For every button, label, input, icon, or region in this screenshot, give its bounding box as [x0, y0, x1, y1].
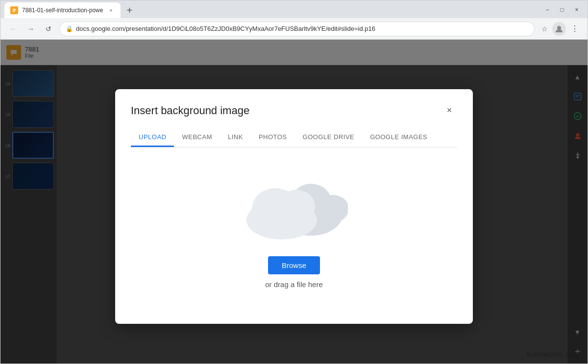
lock-icon: 🔒 [66, 25, 73, 32]
svg-point-20 [249, 203, 278, 229]
window-controls: − □ × [540, 3, 584, 16]
browse-button[interactable]: Browse [268, 256, 320, 274]
dialog-close-button[interactable]: × [441, 103, 457, 119]
tab-close-button[interactable]: × [107, 6, 115, 14]
insert-background-dialog: Insert background image × UPLOAD WEBCAM … [115, 89, 473, 324]
browser-content: 7881 File 14 15 16 [0, 40, 588, 364]
new-tab-button[interactable]: + [122, 3, 136, 17]
tab-photos[interactable]: PHOTOS [251, 128, 295, 147]
dialog-title: Insert background image [131, 104, 249, 117]
tab-google-images[interactable]: GOOGLE IMAGES [362, 128, 435, 147]
profile-button[interactable] [552, 22, 566, 36]
reload-button[interactable]: ↺ [42, 22, 55, 36]
address-bar[interactable]: 🔒 docs.google.com/presentation/d/1D9CiL0… [59, 22, 535, 36]
drag-text: or drag a file here [265, 280, 323, 289]
svg-rect-3 [13, 11, 15, 12]
active-tab[interactable]: 7881-01-self-introduction-powe × [4, 2, 121, 18]
url-text: docs.google.com/presentation/d/1D9CiL08o… [76, 25, 528, 32]
address-bar-row: ← → ↺ 🔒 docs.google.com/presentation/d/1… [0, 18, 588, 40]
minimize-button[interactable]: − [540, 3, 554, 16]
svg-rect-1 [13, 9, 16, 10]
tab-upload[interactable]: UPLOAD [131, 128, 174, 147]
svg-point-16 [318, 195, 348, 222]
maximize-button[interactable]: □ [555, 3, 569, 16]
forward-button[interactable]: → [24, 22, 38, 36]
dialog-tabs: UPLOAD WEBCAM LINK PHOTOS GOOGLE DRIVE G… [131, 128, 457, 147]
tab-title: 7881-01-self-introduction-powe [22, 7, 103, 14]
address-bar-actions: ☆ ⋮ [539, 22, 582, 36]
bookmark-icon[interactable]: ☆ [539, 23, 550, 35]
svg-point-4 [557, 26, 561, 30]
tab-google-drive[interactable]: GOOGLE DRIVE [295, 128, 363, 147]
browser-window: 7881-01-self-introduction-powe × + − □ ×… [0, 0, 588, 364]
upload-area: Browse or drag a file here [131, 147, 457, 308]
browser-tabs: 7881-01-self-introduction-powe × + − □ × [0, 0, 588, 18]
svg-point-19 [278, 190, 315, 223]
browser-menu-button[interactable]: ⋮ [568, 22, 582, 36]
close-button[interactable]: × [570, 3, 584, 16]
svg-rect-2 [13, 10, 16, 11]
back-button[interactable]: ← [6, 22, 20, 36]
tab-link[interactable]: LINK [220, 128, 251, 147]
cloud-icon [240, 167, 348, 243]
dialog-header: Insert background image × [131, 103, 457, 119]
tab-webcam[interactable]: WEBCAM [174, 128, 220, 147]
tab-favicon [10, 6, 18, 14]
